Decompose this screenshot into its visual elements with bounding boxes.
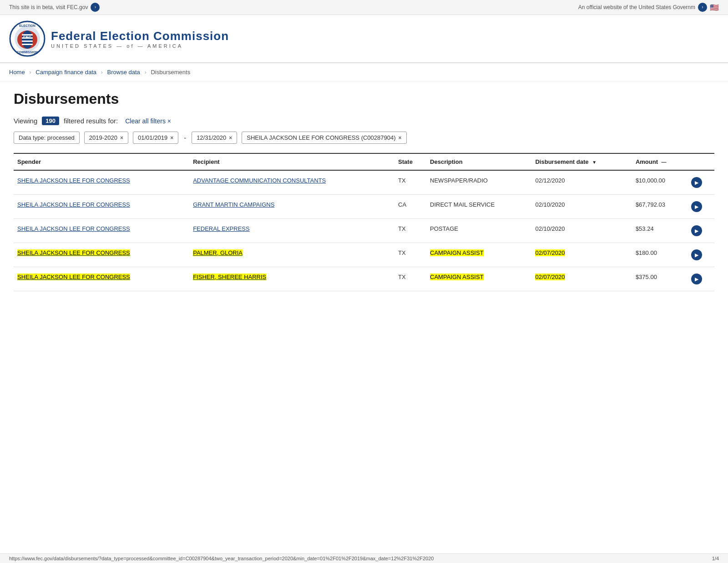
table-row: SHEILA JACKSON LEE FOR CONGRESSFEDERAL E… (14, 219, 714, 243)
filter-summary-row: Viewing 190 filtered results for: Clear … (14, 117, 714, 125)
table-row: SHEILA JACKSON LEE FOR CONGRESSADVANTAGE… (14, 170, 714, 195)
page-title: Disbursements (14, 91, 714, 107)
breadcrumb-browse-data[interactable]: Browse data (107, 69, 140, 76)
official-text: An official website of the United States… (578, 4, 695, 10)
cell-description: DIRECT MAIL SERVICE (426, 195, 531, 219)
filter-tag-data-type-label: Data type: processed (19, 134, 75, 141)
spender-link[interactable]: SHEILA JACKSON LEE FOR CONGRESS (17, 201, 130, 208)
cell-description: NEWSPAPER/RADIO (426, 170, 531, 195)
cell-disbursement-date: 02/12/2020 (531, 170, 632, 195)
cell-amount: $180.00 (632, 243, 688, 267)
cell-recipient: PALMER, GLORIA (189, 243, 394, 267)
filter-tag-year-range: 2019-2020 × (84, 132, 128, 144)
cell-description: CAMPAIGN ASSIST (426, 243, 531, 267)
row-nav-button[interactable]: ▶ (691, 225, 702, 236)
svg-text:ELECTION: ELECTION (19, 24, 35, 27)
recipient-link[interactable]: ADVANTAGE COMMUNICATION CONSULTANTS (193, 177, 326, 184)
cell-spender: SHEILA JACKSON LEE FOR CONGRESS (14, 170, 189, 195)
breadcrumb-campaign-finance[interactable]: Campaign finance data (35, 69, 96, 76)
amount-dash-icon: — (662, 159, 667, 165)
cell-state: TX (394, 243, 426, 267)
official-notice: An official website of the United States… (578, 3, 719, 12)
org-name: Federal Election Commission (51, 29, 229, 43)
filter-tag-committee-remove[interactable]: × (399, 135, 402, 141)
sort-disbursement-date-icon: ▼ (592, 160, 597, 165)
svg-rect-7 (22, 41, 33, 42)
cell-nav: ▶ (688, 195, 714, 219)
filter-tag-year-label: 2019-2020 (89, 134, 117, 141)
col-header-action (688, 153, 714, 170)
col-header-description: Description (426, 153, 531, 170)
cell-amount: $53.24 (632, 219, 688, 243)
filter-tags-container: Data type: processed 2019-2020 × 01/01/2… (14, 132, 714, 144)
cell-nav: ▶ (688, 243, 714, 267)
us-flag-icon: 🇺🇸 (710, 3, 719, 12)
table-header-row: Spender Recipient State Description Disb… (14, 153, 714, 170)
logo-area: ELECTION COMMISSION FEC Federal Election… (9, 20, 229, 57)
recipient-link[interactable]: GRANT MARTIN CAMPAIGNS (193, 201, 274, 208)
svg-text:FEC: FEC (23, 35, 32, 40)
cell-description: POSTAGE (426, 219, 531, 243)
cell-spender: SHEILA JACKSON LEE FOR CONGRESS (14, 243, 189, 267)
table-row: SHEILA JACKSON LEE FOR CONGRESSGRANT MAR… (14, 195, 714, 219)
table-row: SHEILA JACKSON LEE FOR CONGRESSPALMER, G… (14, 243, 714, 267)
cell-disbursement-date: 02/10/2020 (531, 195, 632, 219)
logo-text: Federal Election Commission UNITED STATE… (51, 29, 229, 49)
filter-tag-committee: SHEILA JACKSON LEE FOR CONGRESS (C002879… (242, 132, 406, 144)
spender-link[interactable]: SHEILA JACKSON LEE FOR CONGRESS (17, 274, 130, 280)
row-nav-button[interactable]: ▶ (691, 274, 702, 284)
cell-spender: SHEILA JACKSON LEE FOR CONGRESS (14, 219, 189, 243)
disbursements-table: Spender Recipient State Description Disb… (14, 153, 714, 291)
cell-disbursement-date: 02/10/2020 (531, 219, 632, 243)
viewing-suffix: filtered results for: (64, 117, 118, 125)
col-header-spender: Spender (14, 153, 189, 170)
svg-text:COMMISSION: COMMISSION (17, 51, 38, 54)
main-content: Disbursements Viewing 190 filtered resul… (0, 81, 728, 300)
filter-tag-end-date: 12/31/2020 × (192, 132, 237, 144)
cell-state: TX (394, 219, 426, 243)
cell-spender: SHEILA JACKSON LEE FOR CONGRESS (14, 195, 189, 219)
org-subtitle: UNITED STATES — of — AMERICA (51, 43, 229, 49)
results-count-badge: 190 (42, 117, 59, 125)
cell-disbursement-date: 02/07/2020 (531, 267, 632, 291)
svg-point-4 (22, 30, 33, 49)
filter-tag-committee-label: SHEILA JACKSON LEE FOR CONGRESS (C002879… (247, 134, 395, 141)
cell-nav: ▶ (688, 170, 714, 195)
filter-tag-start-date-label: 01/01/2019 (138, 134, 167, 141)
col-header-disbursement-date[interactable]: Disbursement date ▼ (531, 153, 632, 170)
filter-tag-year-remove[interactable]: × (120, 135, 123, 141)
clear-all-filters-link[interactable]: Clear all filters × (125, 117, 171, 125)
cell-spender: SHEILA JACKSON LEE FOR CONGRESS (14, 267, 189, 291)
cell-amount: $67,792.03 (632, 195, 688, 219)
table-row: SHEILA JACKSON LEE FOR CONGRESSFISHER, S… (14, 267, 714, 291)
spender-link[interactable]: SHEILA JACKSON LEE FOR CONGRESS (17, 177, 130, 184)
cell-nav: ▶ (688, 219, 714, 243)
beta-chevron-icon: › (91, 3, 100, 12)
cell-amount: $375.00 (632, 267, 688, 291)
filter-tag-end-date-remove[interactable]: × (229, 135, 232, 141)
cell-nav: ▶ (688, 267, 714, 291)
col-header-recipient: Recipient (189, 153, 394, 170)
recipient-link[interactable]: PALMER, GLORIA (193, 249, 243, 256)
cell-disbursement-date: 02/07/2020 (531, 243, 632, 267)
col-header-amount: Amount — (632, 153, 688, 170)
row-nav-button[interactable]: ▶ (691, 201, 702, 212)
breadcrumb-sep-3: › (144, 69, 146, 76)
spender-link[interactable]: SHEILA JACKSON LEE FOR CONGRESS (17, 225, 130, 232)
row-nav-button[interactable]: ▶ (691, 249, 702, 260)
breadcrumb: Home › Campaign finance data › Browse da… (0, 63, 728, 81)
recipient-link[interactable]: FISHER, SHEREE HARRIS (193, 274, 266, 280)
viewing-prefix: Viewing (14, 117, 37, 125)
recipient-link[interactable]: FEDERAL EXPRESS (193, 225, 250, 232)
spender-link[interactable]: SHEILA JACKSON LEE FOR CONGRESS (17, 249, 130, 256)
filter-tag-start-date-remove[interactable]: × (170, 135, 173, 141)
cell-state: TX (394, 267, 426, 291)
row-nav-button[interactable]: ▶ (691, 177, 702, 188)
beta-text: This site is in beta, visit FEC.gov (9, 4, 88, 10)
col-header-state: State (394, 153, 426, 170)
cell-recipient: GRANT MARTIN CAMPAIGNS (189, 195, 394, 219)
breadcrumb-home[interactable]: Home (9, 69, 25, 76)
filter-tag-start-date: 01/01/2019 × (133, 132, 178, 144)
cell-recipient: FISHER, SHEREE HARRIS (189, 267, 394, 291)
date-range-dash: - (183, 132, 187, 144)
